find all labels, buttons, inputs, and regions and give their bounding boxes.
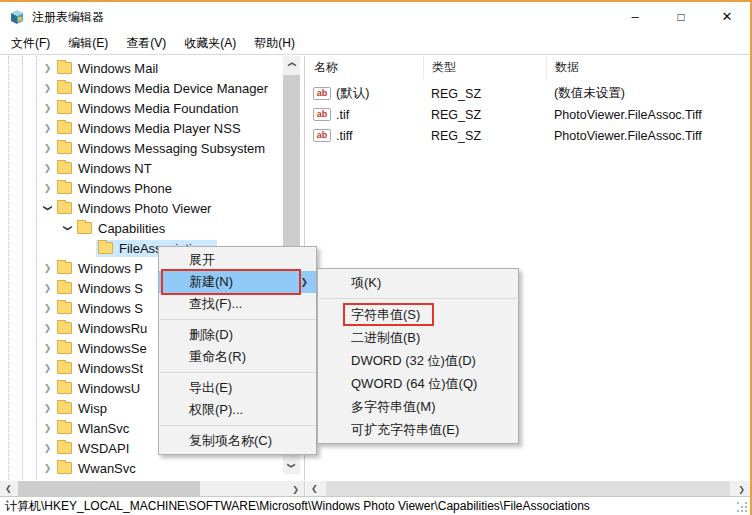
tree-item-label: Windows Messaging Subsystem [78, 141, 265, 156]
chevron-right-icon[interactable]: ❯ [41, 443, 54, 453]
menu-view[interactable]: 查看(V) [117, 32, 175, 55]
status-path: 计算机\HKEY_LOCAL_MACHINE\SOFTWARE\Microsof… [5, 498, 590, 515]
tree-item-windows-photo-viewer[interactable]: ❯ Windows Photo Viewer [0, 198, 284, 218]
submenu-dword-value[interactable]: DWORD (32 位)值(D) [318, 349, 518, 372]
chevron-right-icon[interactable]: ❯ [41, 463, 54, 473]
chevron-right-icon[interactable]: ❯ [41, 383, 54, 393]
scroll-up-button[interactable]: ❯ [283, 56, 300, 73]
tree-item-windows-phone[interactable]: ❯ Windows Phone [0, 178, 284, 198]
context-menu-delete[interactable]: 删除(D) [159, 324, 316, 346]
chevron-right-icon[interactable]: ❯ [41, 323, 54, 333]
menu-separator [319, 298, 517, 299]
context-menu-copy-key-name[interactable]: 复制项名称(C) [159, 430, 316, 452]
tree-item-label: Windows Phone [78, 181, 172, 196]
submenu-arrow-icon: ❯ [300, 271, 308, 293]
chevron-down-icon[interactable]: ❯ [63, 222, 73, 235]
tree-item-label: Windows S [78, 281, 143, 296]
column-header-data[interactable]: 数据 [547, 56, 750, 79]
tree-item-wwansvc[interactable]: ❯ WwanSvc [0, 458, 284, 478]
value-row-default[interactable]: ab (默认) REG_SZ (数值未设置) [306, 83, 750, 104]
column-header-name[interactable]: 名称 [306, 56, 424, 79]
tree-item-label: WSDAPI [78, 441, 129, 456]
chevron-right-icon[interactable]: ❯ [41, 163, 54, 173]
value-type: REG_SZ [431, 108, 554, 122]
minimize-button[interactable]: – [612, 2, 658, 32]
column-header-type[interactable]: 类型 [424, 56, 547, 79]
tree-item-label: WlanSvc [78, 421, 129, 436]
maximize-button[interactable]: □ [658, 2, 704, 32]
tree-item-windows-nt[interactable]: ❯ Windows NT [0, 158, 284, 178]
tree-item-windows-mail[interactable]: ❯ Windows Mail [0, 58, 284, 78]
folder-icon [57, 82, 72, 94]
chevron-right-icon[interactable]: ❯ [41, 303, 54, 313]
context-menu-rename[interactable]: 重命名(R) [159, 346, 316, 368]
chevron-right-icon[interactable]: ❯ [41, 63, 54, 73]
folder-icon [57, 262, 72, 274]
submenu-binary-value[interactable]: 二进制值(B) [318, 326, 518, 349]
chevron-right-icon[interactable]: ❯ [41, 183, 54, 193]
menu-file[interactable]: 文件(F) [2, 32, 59, 55]
tree-item-wmf[interactable]: ❯ Windows Media Foundation [0, 98, 284, 118]
submenu-string-value[interactable]: 字符串值(S) [318, 303, 518, 326]
tree-item-label: Windows Photo Viewer [78, 201, 211, 216]
tree-item-wmp-nss[interactable]: ❯ Windows Media Player NSS [0, 118, 284, 138]
value-type: REG_SZ [431, 87, 554, 101]
submenu-key[interactable]: 项(K) [318, 271, 518, 294]
chevron-right-icon[interactable]: ❯ [41, 363, 54, 373]
menu-separator [160, 319, 315, 320]
tree-item-label: Windows S [78, 301, 143, 316]
status-bar: 计算机\HKEY_LOCAL_MACHINE\SOFTWARE\Microsof… [0, 496, 750, 515]
value-rows: ab (默认) REG_SZ (数值未设置) ab .tif REG_SZ Ph… [306, 79, 750, 146]
tree-item-label: Windows Media Device Manager [78, 81, 268, 96]
chevron-right-icon[interactable]: ❯ [41, 83, 54, 93]
context-menu-expand[interactable]: 展开 [159, 249, 316, 271]
close-button[interactable]: ✕ [704, 2, 750, 32]
submenu-expandable-string-value[interactable]: 可扩充字符串值(E) [318, 418, 518, 441]
scrollbar-thumb[interactable] [283, 75, 300, 263]
folder-icon [57, 362, 72, 374]
folder-icon [57, 422, 72, 434]
value-data: PhotoViewer.FileAssoc.Tiff [554, 129, 750, 143]
chevron-right-icon[interactable]: ❯ [41, 263, 54, 273]
menu-edit[interactable]: 编辑(E) [59, 32, 117, 55]
chevron-right-icon[interactable]: ❯ [41, 403, 54, 413]
folder-icon [57, 282, 72, 294]
chevron-down-icon[interactable]: ❯ [43, 202, 53, 215]
tree-item-capabilities[interactable]: ❯ Capabilities [0, 218, 284, 238]
tree-item-label: Windows NT [78, 161, 152, 176]
chevron-right-icon[interactable]: ❯ [41, 143, 54, 153]
menu-favorites[interactable]: 收藏夹(A) [175, 32, 245, 55]
tree-item-label: Windows Mail [78, 61, 158, 76]
scroll-down-button[interactable]: ❯ [283, 457, 300, 474]
tree-item-messaging[interactable]: ❯ Windows Messaging Subsystem [0, 138, 284, 158]
value-row-tiff[interactable]: ab .tiff REG_SZ PhotoViewer.FileAssoc.Ti… [306, 125, 750, 146]
chevron-right-icon[interactable]: ❯ [41, 283, 54, 293]
tree-item-wmdm[interactable]: ❯ Windows Media Device Manager [0, 78, 284, 98]
resize-grip-icon[interactable] [737, 502, 747, 512]
context-menu-new[interactable]: 新建(N) ❯ [159, 271, 316, 293]
context-menu-permissions[interactable]: 权限(P)... [159, 399, 316, 421]
tree-item-label: WindowsU [78, 381, 140, 396]
folder-icon [98, 242, 113, 254]
folder-icon [77, 222, 92, 234]
chevron-right-icon[interactable]: ❯ [41, 103, 54, 113]
menu-separator [160, 425, 315, 426]
context-menu-export[interactable]: 导出(E) [159, 377, 316, 399]
tree-item-label: WindowsRu [78, 321, 147, 336]
context-menu-find[interactable]: 查找(F)... [159, 293, 316, 315]
list-header: 名称 类型 数据 [306, 56, 750, 79]
chevron-right-icon[interactable]: ❯ [41, 123, 54, 133]
chevron-right-icon[interactable]: ❯ [41, 423, 54, 433]
tree-item-label: WindowsSt [78, 361, 143, 376]
menu-help[interactable]: 帮助(H) [245, 32, 304, 55]
submenu-multi-string-value[interactable]: 多字符串值(M) [318, 395, 518, 418]
value-row-tif[interactable]: ab .tif REG_SZ PhotoViewer.FileAssoc.Tif… [306, 104, 750, 125]
chevron-right-icon[interactable]: ❯ [41, 343, 54, 353]
value-name: .tif [336, 108, 431, 122]
submenu-qword-value[interactable]: QWORD (64 位)值(Q) [318, 372, 518, 395]
value-type: REG_SZ [431, 129, 554, 143]
tree-item-label: WindowsSe [78, 341, 147, 356]
folder-icon [57, 302, 72, 314]
folder-icon [57, 122, 72, 134]
new-submenu: 项(K) 字符串值(S) 二进制值(B) DWORD (32 位)值(D) QW… [317, 268, 519, 444]
